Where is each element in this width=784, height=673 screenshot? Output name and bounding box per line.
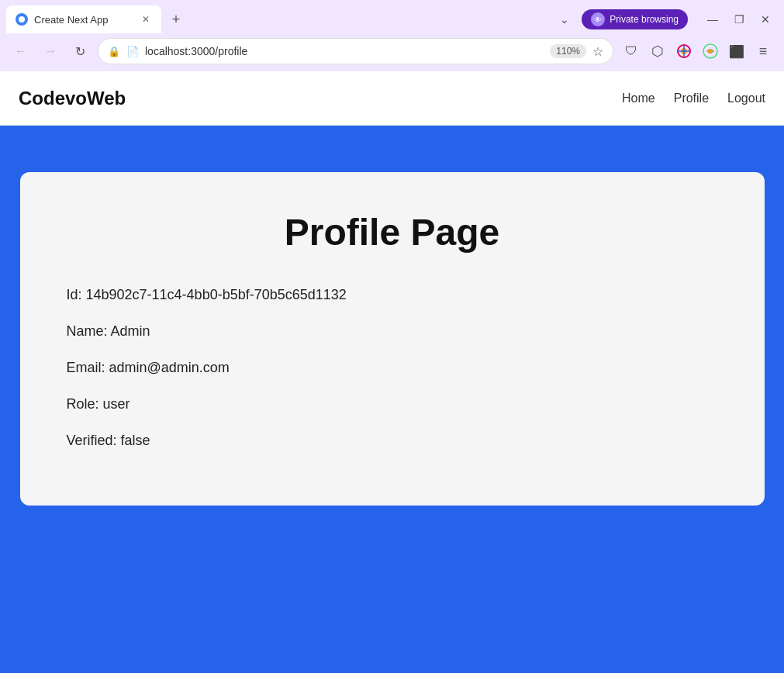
url-text: localhost:3000/profile bbox=[145, 45, 544, 57]
back-button[interactable]: ← bbox=[9, 40, 33, 63]
shield-icon[interactable]: 🛡 bbox=[620, 40, 643, 63]
tabs-dropdown-button[interactable]: ⌄ bbox=[554, 9, 575, 30]
bookmark-star-icon[interactable]: ☆ bbox=[592, 44, 603, 59]
tab-bar-controls: ⌄ 👁 Private browsing — ❐ ✕ bbox=[554, 9, 778, 30]
private-browsing-badge: 👁 Private browsing bbox=[582, 9, 688, 29]
security-icon: 🔒 bbox=[108, 46, 120, 57]
nav-links: Home Profile Logout bbox=[622, 91, 765, 105]
extension-icon-colorful1[interactable] bbox=[672, 40, 696, 63]
profile-id-field: Id: 14b902c7-11c4-4bb0-b5bf-70b5c65d1132 bbox=[67, 285, 718, 305]
tab-bar: Create Next App ✕ + ⌄ 👁 Private browsing… bbox=[0, 0, 784, 34]
new-tab-button[interactable]: + bbox=[164, 8, 188, 31]
toolbar-icons: 🛡 ⬡ ⬛ ≡ bbox=[620, 40, 775, 63]
profile-card: Profile Page Id: 14b902c7-11c4-4bb0-b5bf… bbox=[20, 172, 765, 506]
extension-icon-colorful2[interactable] bbox=[699, 40, 722, 63]
forward-button[interactable]: → bbox=[39, 40, 62, 63]
refresh-button[interactable]: ↻ bbox=[68, 40, 92, 63]
app-main: Profile Page Id: 14b902c7-11c4-4bb0-b5bf… bbox=[0, 126, 784, 673]
private-browsing-icon: 👁 bbox=[591, 12, 605, 26]
browser-chrome: Create Next App ✕ + ⌄ 👁 Private browsing… bbox=[0, 0, 784, 71]
app-navbar: CodevoWeb Home Profile Logout bbox=[0, 71, 784, 126]
extensions-button[interactable]: ⬛ bbox=[725, 40, 748, 63]
profile-name-field: Name: Admin bbox=[67, 321, 718, 342]
profile-role-field: Role: user bbox=[67, 394, 718, 415]
profile-email-field: Email: admin@admin.com bbox=[67, 357, 718, 378]
browser-menu-button[interactable]: ≡ bbox=[751, 40, 775, 63]
nav-link-home[interactable]: Home bbox=[622, 91, 655, 105]
private-browsing-label: Private browsing bbox=[610, 14, 679, 25]
svg-point-3 bbox=[708, 49, 713, 53]
page-icon: 📄 bbox=[126, 46, 139, 57]
extension-icon-purple[interactable]: ⬡ bbox=[646, 40, 669, 63]
maximize-button[interactable]: ❐ bbox=[727, 9, 751, 30]
minimize-button[interactable]: — bbox=[700, 9, 725, 30]
nav-link-profile[interactable]: Profile bbox=[674, 91, 709, 105]
window-controls: — ❐ ✕ bbox=[700, 9, 778, 30]
browser-tab[interactable]: Create Next App ✕ bbox=[6, 5, 161, 33]
app-logo: CodevoWeb bbox=[19, 88, 126, 109]
nav-link-logout[interactable]: Logout bbox=[727, 91, 765, 105]
zoom-level: 110% bbox=[550, 44, 586, 58]
tab-close-button[interactable]: ✕ bbox=[140, 13, 152, 26]
profile-page-title: Profile Page bbox=[67, 211, 718, 254]
address-bar: ← → ↻ 🔒 📄 localhost:3000/profile 110% ☆ … bbox=[0, 34, 784, 71]
close-button[interactable]: ✕ bbox=[753, 9, 778, 30]
tab-title: Create Next App bbox=[34, 14, 133, 26]
tab-favicon bbox=[16, 13, 28, 26]
url-bar[interactable]: 🔒 📄 localhost:3000/profile 110% ☆ bbox=[98, 38, 613, 64]
profile-verified-field: Verified: false bbox=[67, 430, 718, 451]
